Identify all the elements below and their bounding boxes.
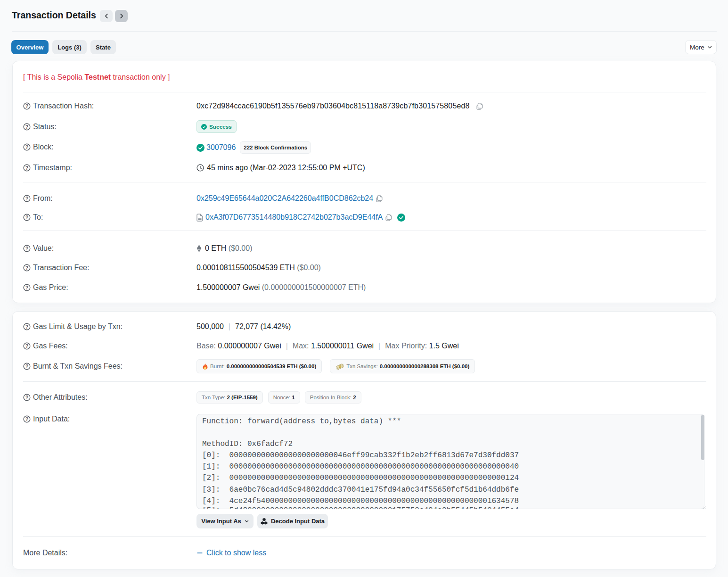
svg-text:?: ? xyxy=(25,324,28,330)
svg-text:?: ? xyxy=(25,395,28,400)
svg-text:?: ? xyxy=(25,344,28,349)
svg-text:?: ? xyxy=(25,124,28,129)
svg-text:?: ? xyxy=(25,364,28,369)
svg-text:?: ? xyxy=(25,417,28,422)
svg-text:?: ? xyxy=(25,215,28,220)
svg-text:?: ? xyxy=(25,165,28,171)
svg-text:?: ? xyxy=(25,265,28,271)
svg-text:?: ? xyxy=(25,145,28,150)
svg-text:?: ? xyxy=(25,285,28,290)
svg-text:?: ? xyxy=(25,104,28,109)
svg-text:?: ? xyxy=(25,196,28,201)
svg-text:?: ? xyxy=(25,246,28,251)
